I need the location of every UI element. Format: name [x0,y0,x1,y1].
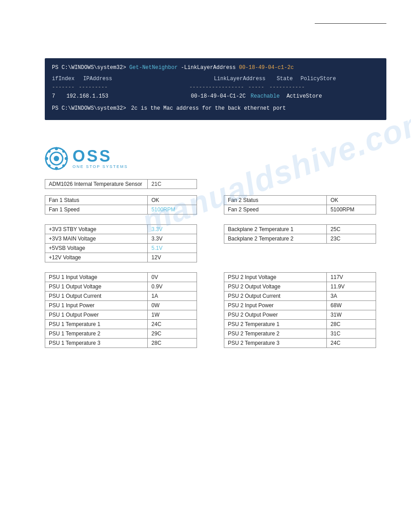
v2-row: +3V3 MAIN Voltage 3.3V [45,234,197,243]
psu2-label-5: PSU 2 Temperature 1 [224,319,327,329]
psu1-value-2: 1A [148,291,197,300]
psu2-value-4: 31W [327,310,376,319]
psu1-row-6: PSU 1 Temperature 2 29C [45,329,197,338]
fan2-speed-label: Fan 2 Speed [224,205,327,214]
v2-label: +3V3 MAIN Voltage [45,234,148,243]
bp2-value: 23C [327,234,376,243]
psu2-value-5: 28C [327,319,376,329]
svg-point-7 [62,150,65,153]
fan1-speed-label: Fan 1 Speed [45,205,148,214]
logo-section: OSS ONE STOP SYSTEMS [45,147,411,170]
psu2-value-6: 31C [327,329,376,338]
psu1-row-5: PSU 1 Temperature 1 24C [45,319,197,329]
psu1-label-7: PSU 1 Temperature 3 [45,338,148,348]
logo-oss-text: OSS [73,148,128,164]
bp2-label: Backplane 2 Temperature 2 [224,234,327,243]
col-lla: LinkLayerAddress [214,76,265,82]
v3-value: 5.1V [148,243,197,253]
v3-row: +5VSB Voltage 5.1V [45,243,197,253]
psu2-value-2: 3A [327,291,376,300]
psu2-label-2: PSU 2 Output Current [224,291,327,300]
psu2-label-0: PSU 2 Input Voltage [224,272,327,282]
psu1-table: PSU 1 Input Voltage 0V PSU 1 Output Volt… [45,272,197,348]
psu2-row-0: PSU 2 Input Voltage 117V [224,272,376,282]
psu1-value-5: 24C [148,319,197,329]
psu2-label-6: PSU 2 Temperature 2 [224,329,327,338]
terminal-separator: ------- --------- ----------------- ----… [52,83,379,92]
psu1-value-6: 29C [148,329,197,338]
voltage-backplane-row: +3V3 STBY Voltage 3.3V +3V3 MAIN Voltage… [45,224,386,262]
adm-value: 21C [148,179,197,189]
svg-point-2 [55,147,58,150]
val-ifindex: 7 [52,93,55,99]
psu2-row-5: PSU 2 Temperature 1 28C [224,319,376,329]
voltage-table: +3V3 STBY Voltage 3.3V +3V3 MAIN Voltage… [45,224,197,262]
val-policy: ActiveStore [287,93,322,99]
psu1-row-1: PSU 1 Output Voltage 0.9V [45,282,197,291]
fan2-status-label: Fan 2 Status [224,195,327,205]
psu2-label-7: PSU 2 Temperature 3 [224,338,327,348]
psu1-row-0: PSU 1 Input Voltage 0V [45,272,197,282]
cmd-main: Get-NetNeighbor [129,64,178,71]
backplane-table: Backplane 2 Temperature 1 25C Backplane … [224,224,376,244]
val-lla: 00-18-49-04-C1-2C [191,93,245,99]
fan1-speed-value: 5100RPM [148,205,197,214]
psu1-label-0: PSU 1 Input Voltage [45,272,148,282]
prompt-3: PS C:\WINDOWS\system32> [52,105,126,112]
psu1-value-1: 0.9V [148,282,197,291]
col-ifindex: ifIndex [52,76,74,82]
svg-point-5 [65,157,68,160]
v3-label: +5VSB Voltage [45,243,148,253]
psu1-label-5: PSU 1 Temperature 1 [45,319,148,329]
v1-value: 3.3V [148,224,197,234]
fan1-table: Fan 1 Status OK Fan 1 Speed 5100RPM [45,195,197,215]
v4-value: 12V [148,253,197,262]
fan2-speed-row: Fan 2 Speed 5100RPM [224,205,376,214]
fan2-table: Fan 2 Status OK Fan 2 Speed 5100RPM [224,195,376,215]
psu1-row-4: PSU 1 Output Power 1W [45,310,197,319]
psu1-value-3: 0W [148,300,197,310]
col-ip: IPAddress [83,76,112,82]
psu2-value-0: 117V [327,272,376,282]
psu2-table: PSU 2 Input Voltage 117V PSU 2 Output Vo… [224,272,376,348]
psu2-row-3: PSU 2 Input Power 68W [224,300,376,310]
fan1-speed-row: Fan 1 Speed 5100RPM [45,205,197,214]
psu1-value-7: 28C [148,338,197,348]
prompt-1: PS C:\WINDOWS\system32> [52,64,126,71]
fan1-status-label: Fan 1 Status [45,195,148,205]
bp1-value: 25C [327,224,376,234]
terminal-line-3: PS C:\WINDOWS\system32> 2c is the Mac ad… [52,104,379,113]
bp1-row: Backplane 2 Temperature 1 25C [224,224,376,234]
bp2-row: Backplane 2 Temperature 2 23C [224,234,376,243]
svg-point-4 [45,157,48,160]
psu2-row-1: PSU 2 Output Voltage 11.9V [224,282,376,291]
v1-label: +3V3 STBY Voltage [45,224,148,234]
oss-logo-icon [45,147,68,170]
psu1-label-4: PSU 1 Output Power [45,310,148,319]
cmd-flag: -LinkLayerAddress [181,64,235,71]
psu-tables-row: PSU 1 Input Voltage 0V PSU 1 Output Volt… [45,272,386,348]
psu1-label-2: PSU 1 Output Current [45,291,148,300]
terminal-data-row: 7 192.168.1.153 00-18-49-04-C1-2C Reacha… [52,92,379,101]
svg-point-6 [48,150,51,153]
col-state: State [277,76,293,82]
psu2-row-7: PSU 2 Temperature 3 24C [224,338,376,348]
psu2-label-1: PSU 2 Output Voltage [224,282,327,291]
top-rule [315,23,386,24]
fan1-status-row: Fan 1 Status OK [45,195,197,205]
psu1-row-7: PSU 1 Temperature 3 28C [45,338,197,348]
tables-area: ADM1026 Internal Temperature Sensor 21C … [45,179,386,348]
psu2-row-6: PSU 2 Temperature 2 31C [224,329,376,338]
psu2-value-3: 68W [327,300,376,310]
fan1-status-value: OK [148,195,197,205]
logo-tagline-text: ONE STOP SYSTEMS [73,164,128,169]
terminal-block: PS C:\WINDOWS\system32> Get-NetNeighbor … [45,58,386,120]
v4-label: +12V Voltage [45,253,148,262]
psu2-label-4: PSU 2 Output Power [224,310,327,319]
v2-value: 3.3V [148,234,197,243]
adm-row: ADM1026 Internal Temperature Sensor 21C [45,179,197,189]
val-state: Reachable [251,93,280,99]
psu1-label-6: PSU 1 Temperature 2 [45,329,148,338]
comment-text: 2c is the Mac address for the back ether… [131,105,286,112]
psu2-value-1: 11.9V [327,282,376,291]
